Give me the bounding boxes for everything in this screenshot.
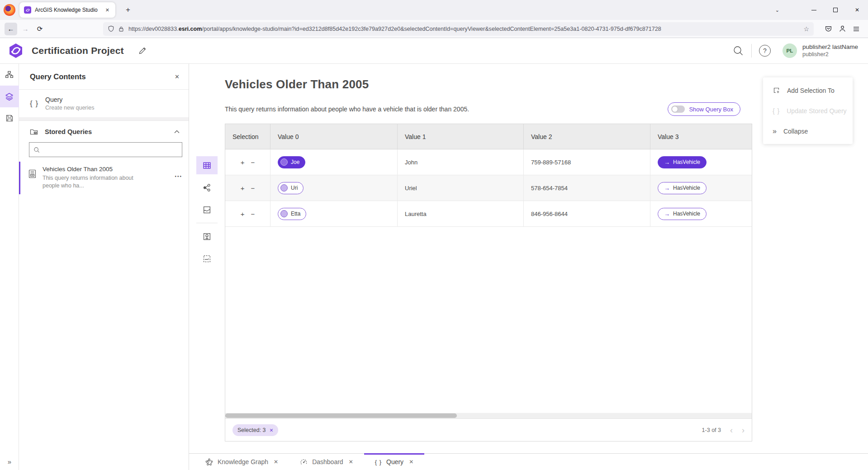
menu-item-collapse[interactable]: » Collapse <box>763 121 853 141</box>
tab-close-icon[interactable]: ✕ <box>274 459 278 465</box>
remove-from-selection-button[interactable]: − <box>251 158 255 166</box>
item-options-icon[interactable]: ••• <box>175 174 182 179</box>
bookmark-star-icon[interactable]: ☆ <box>803 25 809 33</box>
panel-close-icon[interactable]: ✕ <box>175 73 180 80</box>
panel-title: Query Contents <box>30 72 175 81</box>
entity-pill[interactable]: Uri <box>278 182 304 194</box>
toolbar-divider <box>196 223 218 223</box>
stored-queries-header[interactable]: Stored Queries <box>19 121 189 141</box>
entity-dot-icon <box>280 210 288 217</box>
add-to-map-icon[interactable] <box>196 227 218 245</box>
forward-button[interactable]: → <box>19 23 32 35</box>
user-info[interactable]: publisher2 lastName publisher2 <box>802 43 858 58</box>
tab-close-icon[interactable]: ✕ <box>349 459 353 465</box>
firefox-logo-icon[interactable] <box>4 4 15 16</box>
next-page-icon[interactable]: › <box>742 426 745 434</box>
column-header[interactable]: Value 0 <box>270 124 398 149</box>
stored-query-description: This query returns information about peo… <box>43 174 135 190</box>
save-icon[interactable] <box>0 107 19 129</box>
data-model-icon[interactable] <box>0 64 19 86</box>
entity-pill[interactable]: Etta <box>278 208 306 220</box>
entity-dot-icon <box>280 158 288 166</box>
user-name: publisher2 lastName <box>802 43 858 51</box>
menu-item-update-stored-query[interactable]: { } Update Stored Query <box>763 101 853 121</box>
column-header[interactable]: Value 1 <box>398 124 524 149</box>
minimize-button[interactable] <box>803 0 825 20</box>
table-row: +−EttaLauretta846-956-8644→HasVehicle <box>225 201 752 227</box>
value1-cell: John <box>398 149 524 175</box>
menu-hamburger-icon[interactable] <box>853 25 860 33</box>
link-chart-icon[interactable] <box>196 178 218 197</box>
section-divider <box>19 118 189 121</box>
query-contents-panel: Query Contents ✕ { } Query Create new qu… <box>19 64 189 470</box>
shield-icon[interactable] <box>108 25 114 32</box>
tab-knowledge-graph[interactable]: Knowledge Graph ✕ <box>194 454 289 470</box>
search-input[interactable] <box>43 146 178 153</box>
avatar[interactable]: PL <box>783 43 797 58</box>
new-tab-button[interactable]: + <box>122 5 134 15</box>
results-table: Selection Value 0 Value 1 Value 2 Value … <box>225 124 752 441</box>
value0-cell: Joe <box>270 149 398 175</box>
help-icon[interactable]: ? <box>757 43 773 58</box>
relationship-pill[interactable]: →HasVehicle <box>658 208 707 220</box>
table-view-icon[interactable] <box>196 156 218 174</box>
stored-query-doc-icon <box>28 169 37 179</box>
add-to-selection-button[interactable]: + <box>241 158 245 166</box>
clear-selection-icon[interactable]: ✕ <box>270 427 274 433</box>
url-bar[interactable]: https://dev0028833.esri.com/portal/apps/… <box>103 22 814 36</box>
main-area: Vehicles Older Than 2005 This query retu… <box>189 64 868 470</box>
add-to-selection-button[interactable]: + <box>241 210 245 218</box>
selection-cell: +− <box>225 149 270 175</box>
remove-from-selection-button[interactable]: − <box>251 184 255 192</box>
prev-page-icon[interactable]: ‹ <box>730 426 733 434</box>
tab-close-icon[interactable]: ✕ <box>409 459 413 465</box>
value0-cell: Etta <box>270 201 398 226</box>
selection-extent-icon[interactable] <box>196 249 218 268</box>
value0-cell: Uri <box>270 175 398 201</box>
stored-query-item[interactable]: Vehicles Older Than 2005 This query retu… <box>19 162 189 194</box>
entity-pill[interactable]: Joe <box>278 156 305 168</box>
edit-pencil-icon[interactable] <box>138 47 147 55</box>
browser-tab[interactable]: ArcGIS Knowledge Studio ✕ <box>19 2 115 18</box>
entity-dot-icon <box>280 184 288 192</box>
tab-query[interactable]: { } Query ✕ <box>364 454 424 470</box>
chevron-up-icon[interactable] <box>174 130 180 134</box>
pocket-icon[interactable] <box>825 25 832 33</box>
show-query-box-toggle[interactable]: Show Query Box <box>668 102 740 116</box>
column-header[interactable]: Selection <box>225 124 270 149</box>
remove-from-selection-button[interactable]: − <box>251 210 255 218</box>
close-window-button[interactable]: ✕ <box>846 0 868 20</box>
table-footer: Selected: 3 ✕ 1-3 of 3 ‹ › <box>225 418 752 441</box>
scrollbar-thumb[interactable] <box>225 413 457 418</box>
tab-dashboard[interactable]: Dashboard ✕ <box>289 454 364 470</box>
column-header[interactable]: Value 3 <box>650 124 752 149</box>
maximize-button[interactable] <box>825 0 846 20</box>
tab-close-icon[interactable]: ✕ <box>103 6 112 14</box>
menu-item-add-selection-to[interactable]: Add Selection To <box>763 80 853 101</box>
stored-query-title: Vehicles Older Than 2005 <box>43 166 135 173</box>
arrow-right-icon: → <box>664 211 670 217</box>
selection-cell: +− <box>225 201 270 226</box>
lock-icon[interactable] <box>118 26 124 32</box>
arrow-right-icon: → <box>664 185 670 192</box>
map-view-icon[interactable] <box>196 201 218 219</box>
column-header[interactable]: Value 2 <box>524 124 650 149</box>
add-to-selection-button[interactable]: + <box>241 184 245 192</box>
selected-count-chip[interactable]: Selected: 3 ✕ <box>232 424 278 436</box>
view-toolbar <box>196 156 218 272</box>
relationship-pill[interactable]: →HasVehicle <box>658 182 707 194</box>
user-subtitle: publisher2 <box>802 51 858 58</box>
account-icon[interactable] <box>839 25 846 33</box>
list-tabs-icon[interactable]: ⌄ <box>769 7 786 13</box>
stored-queries-search[interactable] <box>29 142 182 157</box>
new-query-item[interactable]: { } Query Create new queries <box>19 90 189 118</box>
relationship-pill[interactable]: →HasVehicle <box>658 156 707 168</box>
layers-icon[interactable] <box>0 86 19 107</box>
horizontal-scrollbar[interactable] <box>225 413 752 418</box>
reload-button[interactable]: ⟳ <box>33 23 46 35</box>
search-icon[interactable] <box>730 43 746 58</box>
knowledge-studio-logo-icon <box>8 43 24 58</box>
expand-rail-icon[interactable]: » <box>0 458 19 465</box>
back-button[interactable]: ← <box>5 23 17 35</box>
browser-toolbar: ← → ⟳ https://dev0028833.esri.com/portal… <box>0 20 868 38</box>
